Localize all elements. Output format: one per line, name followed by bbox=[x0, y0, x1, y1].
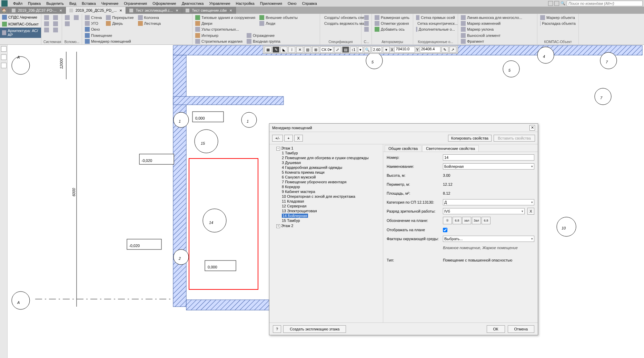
plusminus-button[interactable]: +/- bbox=[272, 135, 283, 142]
tree-room-item[interactable]: 11 Кладовая bbox=[281, 199, 381, 204]
btn-detail[interactable]: Выносной элемент bbox=[460, 33, 501, 38]
tree-room-item[interactable]: 3 Душевая bbox=[281, 160, 381, 165]
tab-doc-2[interactable]: 2019_206_ДС25_PD_...✕ bbox=[66, 7, 126, 14]
prop-btn[interactable]: ↗ bbox=[449, 47, 456, 53]
btn-obj-marker[interactable]: Маркер объекта bbox=[539, 15, 576, 20]
btn-build-items[interactable]: Строительные изделия bbox=[195, 39, 243, 44]
tree-room-item[interactable]: 15 Тамбур bbox=[281, 218, 381, 223]
menu-select[interactable]: Выделить bbox=[43, 1, 67, 6]
expander-icon[interactable]: − bbox=[276, 147, 280, 151]
menu-styling[interactable]: Оформление bbox=[150, 1, 179, 6]
menu-window[interactable]: Окно bbox=[285, 1, 299, 6]
btn-buildings[interactable]: Типовые здания и сооружения bbox=[195, 15, 256, 20]
tree-room-item[interactable]: 10 Операторная с зоной для инструктажа bbox=[281, 194, 381, 199]
btn-window[interactable]: Окно bbox=[84, 27, 102, 32]
cat-select[interactable]: Д bbox=[443, 199, 534, 205]
btn-print[interactable] bbox=[52, 21, 59, 27]
aux-3[interactable] bbox=[64, 21, 70, 27]
tree-room-item[interactable]: 2 Помещение для обогрева и сушки спецоде… bbox=[281, 155, 381, 160]
btn-dim-chain[interactable]: Размерная цепь bbox=[374, 15, 411, 20]
prop-btn[interactable]: ✎ bbox=[442, 47, 448, 53]
prop-btn[interactable]: ▦ bbox=[265, 47, 271, 53]
tree-room-item[interactable]: 4 Гардеробная домашней одежды bbox=[281, 165, 381, 170]
aux-2[interactable] bbox=[73, 15, 79, 20]
btn-slab[interactable]: Перекрытие bbox=[105, 15, 134, 20]
prop-btn[interactable]: ▥ bbox=[304, 47, 311, 53]
home-tab[interactable]: 🏠 bbox=[0, 7, 8, 14]
btn-grid[interactable]: Сетка прямых осей bbox=[415, 15, 456, 20]
tab-lighting[interactable]: Светотехнические свойства bbox=[422, 145, 479, 152]
menu-insert[interactable]: Вставка bbox=[79, 1, 99, 6]
btn-slope-marker[interactable]: Маркер уклона bbox=[460, 27, 523, 32]
menu-constraints[interactable]: Ограничения bbox=[121, 1, 150, 6]
btn-nodes[interactable]: Узлы строительных... bbox=[195, 27, 256, 32]
prop-btn[interactable]: ↕1 bbox=[350, 47, 357, 53]
btn-add-axis[interactable]: Добавить ось bbox=[374, 27, 411, 32]
command-search-input[interactable] bbox=[567, 1, 643, 6]
tab-doc-1[interactable]: 2019_206-ДС37-PD-...✕ bbox=[8, 7, 66, 14]
menu-manage[interactable]: Управление bbox=[206, 1, 233, 6]
btn-people[interactable]: Люди bbox=[259, 21, 298, 26]
mode-arch[interactable]: Архитектура: АС/АР bbox=[0, 28, 41, 38]
mark-icon-2[interactable]: 6.8 bbox=[453, 217, 462, 224]
close-button[interactable]: ✕ bbox=[529, 125, 535, 131]
window-icon-1[interactable] bbox=[548, 1, 553, 6]
tool-1[interactable] bbox=[1, 46, 7, 52]
btn-level-marks[interactable]: Отметки уровня bbox=[374, 21, 411, 26]
window-icon-2[interactable] bbox=[554, 1, 559, 6]
copy-props-button[interactable]: Копировать свойства bbox=[448, 135, 492, 142]
btn-ugo[interactable]: УГО bbox=[84, 21, 102, 26]
tree-room-item[interactable]: 9 Кабинет мастера bbox=[281, 189, 381, 194]
clear-razr-button[interactable]: X bbox=[527, 208, 534, 215]
tab-general[interactable]: Общие свойства bbox=[385, 145, 422, 152]
prop-btn[interactable]: ▾ bbox=[383, 47, 390, 53]
ok-button[interactable]: ОК bbox=[487, 325, 505, 333]
menu-setup[interactable]: Настройка bbox=[233, 1, 257, 6]
btn-create-list[interactable]: Создать ведомость ма... bbox=[322, 21, 359, 26]
menu-edit[interactable]: Правка bbox=[25, 1, 43, 6]
tool-2[interactable] bbox=[1, 54, 7, 60]
mark-icon-4[interactable]: Зал bbox=[472, 217, 481, 224]
btn-create-spec[interactable]: Создать/ обновить спе... bbox=[322, 15, 359, 20]
scale-input[interactable]: ▾ bbox=[358, 47, 363, 53]
close-icon[interactable]: ✕ bbox=[59, 9, 62, 12]
btn-extra[interactable]: Дополнительные о... bbox=[415, 27, 456, 32]
close-icon[interactable]: ✕ bbox=[229, 9, 232, 12]
btn-entry[interactable]: Входная группа bbox=[246, 39, 300, 44]
expander-icon[interactable]: + bbox=[276, 224, 280, 228]
prop-btn[interactable]: ◣ bbox=[280, 47, 287, 53]
btn-new[interactable] bbox=[43, 15, 50, 20]
btn-open[interactable] bbox=[52, 15, 59, 20]
prop-btn[interactable]: ⤢ bbox=[334, 47, 341, 53]
aux-1[interactable] bbox=[64, 15, 70, 20]
btn-wall[interactable]: Стена bbox=[84, 15, 102, 20]
make-explication-button[interactable]: Создать экспликацию этажа bbox=[283, 325, 346, 333]
btn-conc-grid[interactable]: Сетка концентрическ... bbox=[415, 21, 456, 26]
btn-s2[interactable] bbox=[364, 21, 369, 26]
tree-room-item[interactable]: 13 Электрощитовая bbox=[281, 208, 381, 213]
prop-btn[interactable]: ▤ bbox=[342, 47, 349, 53]
btn-door[interactable]: Дверь bbox=[105, 21, 134, 26]
razr-select[interactable]: IVб bbox=[443, 208, 525, 214]
menu-diagnostics[interactable]: Диагностика bbox=[179, 1, 207, 6]
btn-fence[interactable]: Ограждение bbox=[246, 33, 300, 38]
mark-icon-1[interactable]: ① bbox=[443, 217, 452, 224]
paste-props-button[interactable]: Вставить свойства bbox=[494, 135, 535, 142]
name-select[interactable]: Бойлерная bbox=[443, 163, 534, 170]
mode-spds[interactable]: СПДС.Черчение bbox=[0, 14, 41, 21]
mark-icon-3[interactable]: зал bbox=[462, 217, 471, 224]
menu-view[interactable]: Вид bbox=[67, 1, 79, 6]
tree-room-item[interactable]: 6 Санузел мужской bbox=[281, 175, 381, 180]
cancel-button[interactable]: Отмена bbox=[508, 325, 534, 333]
close-icon[interactable]: ✕ bbox=[176, 9, 178, 12]
tree-room-item[interactable]: 12 Серверная bbox=[281, 204, 381, 208]
menu-draft[interactable]: Черчение bbox=[99, 1, 121, 6]
tree-room-item[interactable]: 7 Помещение уборочного инвентаря bbox=[281, 180, 381, 184]
help-button[interactable]: ? bbox=[273, 325, 281, 333]
tree-room-item[interactable]: 5 Комната приема пищи bbox=[281, 170, 381, 175]
btn-column[interactable]: Колонна bbox=[137, 15, 162, 20]
prop-btn[interactable]: ⟟ bbox=[288, 47, 295, 53]
prop-btn[interactable]: ✕ bbox=[296, 47, 303, 53]
btn-doors[interactable]: Двери bbox=[195, 21, 256, 26]
mark-icon-5[interactable]: 6.8 bbox=[482, 217, 491, 224]
